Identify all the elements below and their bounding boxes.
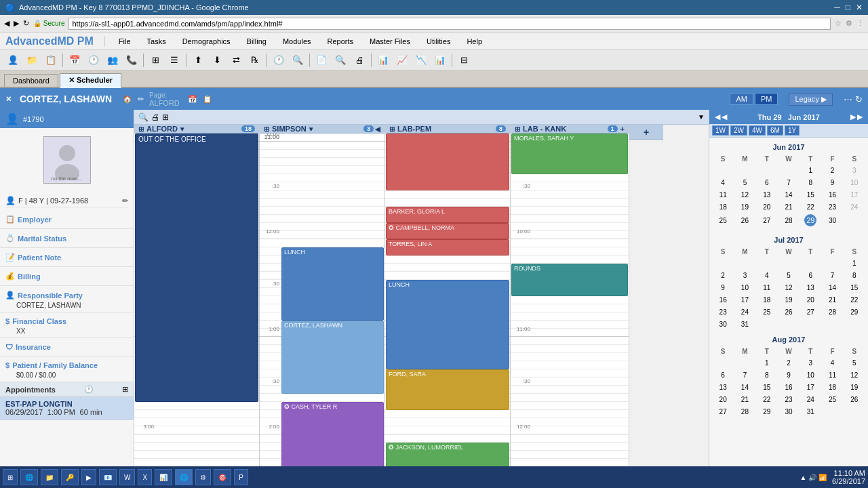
aug-24[interactable]: 24 bbox=[800, 393, 821, 405]
toolbar-scan[interactable]: 🔍 bbox=[332, 52, 349, 68]
jun-24[interactable]: 24 bbox=[844, 201, 865, 213]
menu-file[interactable]: File bbox=[116, 36, 134, 47]
jul-5[interactable]: 5 bbox=[778, 269, 800, 281]
toolbar-settings[interactable]: ⊟ bbox=[455, 52, 473, 68]
appt-history-icon[interactable]: 🕐 bbox=[84, 385, 94, 394]
aug-12[interactable]: 12 bbox=[844, 369, 865, 381]
reload-btn[interactable]: ↻ bbox=[23, 19, 29, 28]
tab-scheduler[interactable]: ✕ Scheduler bbox=[60, 73, 121, 88]
time-slot[interactable] bbox=[511, 312, 629, 321]
jun-19[interactable]: 19 bbox=[734, 201, 755, 213]
start-button[interactable]: ⊞ bbox=[3, 469, 18, 485]
time-slot[interactable] bbox=[385, 199, 510, 207]
time-slot[interactable] bbox=[511, 369, 629, 378]
labpem-icon[interactable]: ⊞ bbox=[389, 125, 395, 133]
time-slot[interactable] bbox=[134, 443, 259, 451]
jun-10[interactable]: 10 bbox=[844, 176, 865, 188]
jun-29-today[interactable]: 29 bbox=[800, 213, 821, 228]
view-4w[interactable]: 4W bbox=[749, 125, 766, 136]
calendar-icon[interactable]: 📅 bbox=[188, 95, 197, 104]
legacy-button[interactable]: Legacy ▶ bbox=[789, 93, 833, 106]
jul-29[interactable]: 29 bbox=[844, 306, 865, 318]
aug-28[interactable]: 28 bbox=[734, 405, 755, 418]
jun-27[interactable]: 27 bbox=[756, 213, 778, 228]
time-slot[interactable] bbox=[134, 451, 259, 459]
taskbar-excel[interactable]: X bbox=[138, 469, 152, 485]
view-1w[interactable]: 1W bbox=[712, 125, 729, 136]
menu-utilities[interactable]: Utilities bbox=[424, 36, 453, 47]
time-slot[interactable]: 12:00 bbox=[260, 231, 384, 239]
jul-24[interactable]: 24 bbox=[734, 306, 755, 318]
aug-14[interactable]: 14 bbox=[734, 381, 755, 393]
toolbar-search[interactable]: 🔍 bbox=[289, 52, 307, 68]
toolbar-dashboard[interactable]: 📊 bbox=[431, 52, 449, 68]
jun-3[interactable]: 3 bbox=[844, 164, 865, 176]
aug-9[interactable]: 9 bbox=[778, 369, 800, 381]
billing-label[interactable]: 💰 Billing bbox=[5, 270, 128, 283]
taskbar-chrome[interactable]: 🌐 bbox=[175, 469, 193, 485]
toolbar-doc[interactable]: 📄 bbox=[313, 52, 330, 68]
taskbar-ie[interactable]: 🌐 bbox=[20, 469, 38, 485]
jun-2[interactable]: 2 bbox=[821, 164, 843, 176]
maximize-btn[interactable]: □ bbox=[846, 3, 850, 12]
view-2w[interactable]: 2W bbox=[730, 125, 747, 136]
jul-31[interactable]: 31 bbox=[734, 318, 755, 330]
jun-13[interactable]: 13 bbox=[756, 188, 778, 201]
jul-25[interactable]: 25 bbox=[756, 306, 778, 318]
time-slot[interactable]: :30 bbox=[511, 182, 629, 190]
jun-9[interactable]: 9 bbox=[821, 176, 843, 188]
time-slot[interactable] bbox=[511, 345, 629, 353]
refresh-btn[interactable]: ↻ bbox=[855, 94, 863, 104]
time-slot[interactable] bbox=[511, 247, 629, 256]
aug-3[interactable]: 3 bbox=[800, 357, 821, 369]
time-slot[interactable]: 11:00 bbox=[511, 329, 629, 337]
aug-13[interactable]: 13 bbox=[712, 381, 734, 393]
aug-2[interactable]: 2 bbox=[778, 357, 800, 369]
aug-4[interactable]: 4 bbox=[821, 357, 843, 369]
time-slot[interactable] bbox=[260, 394, 384, 402]
jul-15[interactable]: 15 bbox=[844, 281, 865, 293]
menu-demographics[interactable]: Demographics bbox=[180, 36, 233, 47]
time-slot[interactable] bbox=[511, 199, 629, 207]
aug-16[interactable]: 16 bbox=[778, 381, 800, 393]
taskbar-app1[interactable]: 📊 bbox=[155, 469, 172, 485]
aug-27[interactable]: 27 bbox=[712, 405, 734, 418]
view-6m[interactable]: 6M bbox=[767, 125, 783, 136]
time-slot[interactable] bbox=[260, 174, 384, 182]
minimize-btn[interactable]: ─ bbox=[834, 3, 840, 12]
next-week-btn[interactable]: ▶ bbox=[850, 113, 856, 121]
jun-26[interactable]: 26 bbox=[734, 213, 755, 228]
jul-14[interactable]: 14 bbox=[821, 281, 843, 293]
prev-week-btn[interactable]: ◀ bbox=[722, 113, 727, 121]
event-red-block[interactable] bbox=[386, 134, 509, 190]
time-slot[interactable] bbox=[511, 451, 629, 459]
taskbar-word[interactable]: W bbox=[119, 469, 135, 485]
time-slot[interactable] bbox=[134, 410, 259, 418]
toolbar-chart[interactable]: 📋 bbox=[42, 52, 60, 68]
toolbar-phone[interactable]: 📞 bbox=[123, 52, 140, 68]
time-slot[interactable] bbox=[511, 304, 629, 312]
time-slot[interactable] bbox=[511, 296, 629, 304]
toolbar-grid[interactable]: ⊞ bbox=[146, 52, 164, 68]
aug-10[interactable]: 10 bbox=[800, 369, 821, 381]
jul-26[interactable]: 26 bbox=[778, 306, 800, 318]
time-slot[interactable] bbox=[260, 166, 384, 174]
time-slot[interactable] bbox=[260, 215, 384, 223]
time-slot[interactable] bbox=[260, 150, 384, 158]
jun-20[interactable]: 20 bbox=[756, 201, 778, 213]
toolbar-transfer[interactable]: ⇄ bbox=[227, 52, 245, 68]
menu-billing[interactable]: Billing bbox=[244, 36, 269, 47]
edit-icon[interactable]: ✏ bbox=[138, 95, 144, 104]
jul-13[interactable]: 13 bbox=[800, 281, 821, 293]
event-lunch-simpson[interactable]: LUNCH bbox=[281, 247, 384, 321]
jun-21[interactable]: 21 bbox=[778, 201, 800, 213]
time-slot[interactable] bbox=[385, 272, 510, 280]
menu-modules[interactable]: Modules bbox=[280, 36, 314, 47]
alford-grid[interactable]: 12:00 :30 bbox=[134, 134, 259, 488]
aug-5[interactable]: 5 bbox=[844, 357, 865, 369]
jul-17[interactable]: 17 bbox=[734, 293, 755, 306]
jul-1[interactable]: 1 bbox=[844, 257, 865, 269]
window-controls[interactable]: ─ □ ✕ bbox=[834, 3, 863, 12]
url-input[interactable] bbox=[68, 18, 831, 30]
jul-10[interactable]: 10 bbox=[734, 281, 755, 293]
